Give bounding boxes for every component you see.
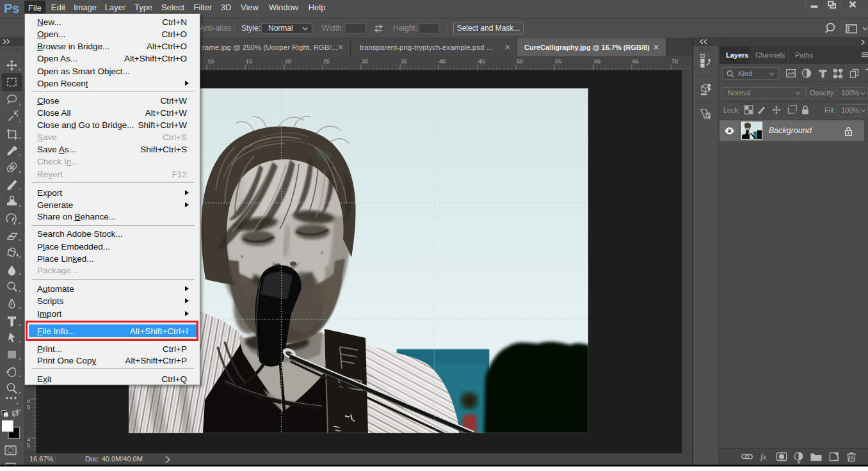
svg-text:fx: fx: [760, 452, 767, 461]
